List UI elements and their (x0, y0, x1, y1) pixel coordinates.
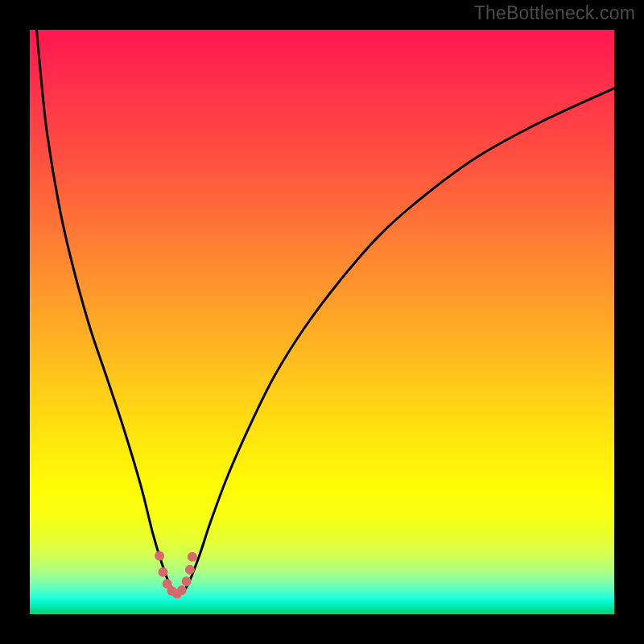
plot-area (30, 30, 614, 614)
optimal-range-markers (159, 555, 192, 593)
curve-layer (30, 30, 614, 614)
outer-frame: TheBottleneck.com (0, 0, 644, 644)
watermark-label: TheBottleneck.com (474, 2, 635, 24)
bottleneck-curve (35, 30, 614, 594)
